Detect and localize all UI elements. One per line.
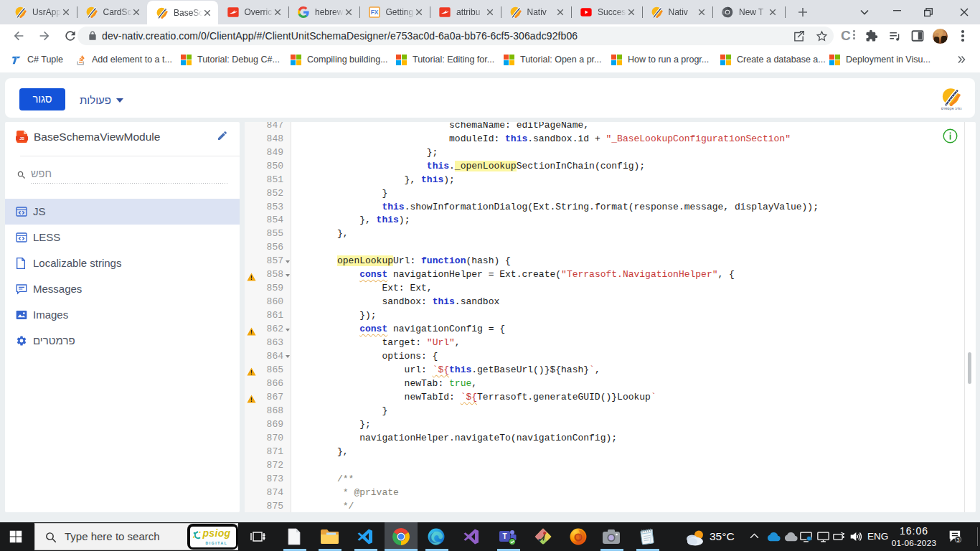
svg-text:JS: JS bbox=[19, 136, 24, 141]
svg-text:3: 3 bbox=[956, 537, 959, 543]
svg-text:FX: FX bbox=[370, 9, 378, 16]
svg-text:T: T bbox=[502, 532, 507, 540]
